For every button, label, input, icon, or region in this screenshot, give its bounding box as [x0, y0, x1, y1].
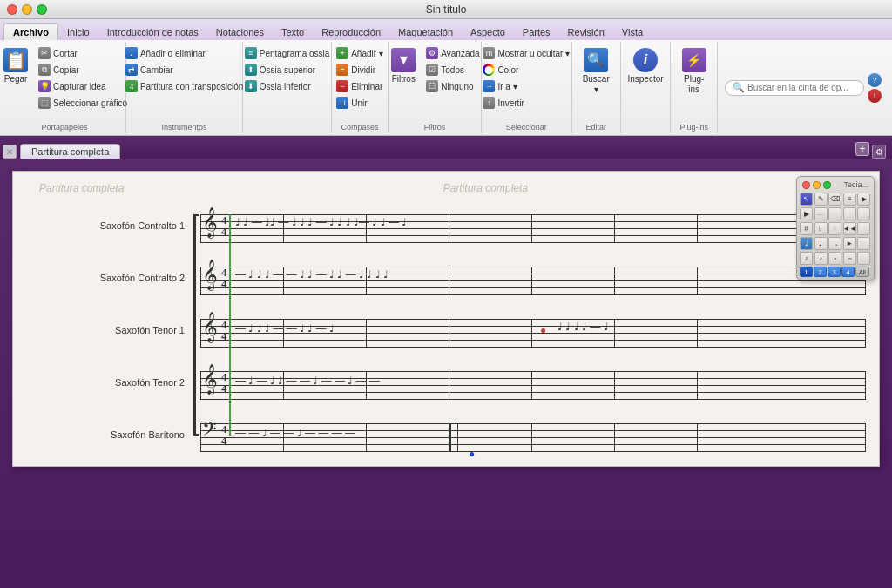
maximize-button[interactable]: [37, 4, 47, 15]
kp-tie-key[interactable]: ⌢: [843, 252, 856, 265]
eliminar-button[interactable]: − Eliminar: [333, 78, 387, 94]
timesig-sax-tenor-2: 44: [221, 371, 227, 394]
timesig-sax-tenor-1: 44: [221, 319, 227, 341]
staff-sax-tenor-2: 𝄞 44 — ♩ — ♩ ♩ — — ♩ — — ♩ — —: [200, 364, 866, 401]
tab-options-button[interactable]: ⚙: [872, 145, 886, 159]
kp-pencil-key[interactable]: ✎: [814, 193, 828, 206]
notes-1: ♩ ♩ — ♩♩ — ♩ ♩ ♩ — ♩ ♩ ♩ ♩— ♩ ♩ — ♩: [235, 216, 407, 228]
kp-space2-key[interactable]: [843, 207, 856, 220]
add-remove-icon: ♩: [125, 47, 138, 59]
kp-num-2[interactable]: 2: [814, 267, 827, 277]
cambiar-button[interactable]: ⇄ Cambiar: [122, 62, 247, 78]
anadir-eliminar-button[interactable]: ♩ Añadir o eliminar: [122, 45, 247, 61]
score-container: Partitura completa Partitura completa 1 …: [12, 171, 880, 467]
kp-flat-key[interactable]: ♭: [814, 222, 828, 235]
staff-sax-contralto-2: 𝄞 44 — ♩ ♩ ♩ — — ♩ ♩ — ♩ ♩ — ♩ ♩ ♩ ♩: [200, 260, 866, 296]
kp-cursor-key[interactable]: ↖: [800, 193, 813, 206]
kp-half-key[interactable]: 𝅗: [828, 237, 841, 250]
search-icon-small: 🔍: [733, 82, 745, 93]
ossia-superior-button[interactable]: ⬆ Ossia superior: [241, 62, 334, 78]
partitura-transposicion-button[interactable]: ♫ Partitura con transposición: [122, 78, 247, 94]
tab-inicio[interactable]: Inicio: [58, 23, 98, 40]
kp-sharp-key[interactable]: #: [800, 222, 813, 235]
divide-icon: ÷: [336, 64, 348, 76]
staff-row-sax-contralto-2: Saxofón Contralto 2: [200, 260, 866, 296]
color-icon: ⬤: [483, 64, 495, 76]
filtros-button[interactable]: ▼ Filtros: [386, 45, 421, 87]
tab-notaciones[interactable]: Notaciones: [207, 23, 273, 40]
kp-arrow-up-key[interactable]: ▶: [800, 207, 813, 220]
keypad-close-button[interactable]: [802, 181, 810, 189]
kp-forward-key[interactable]: ►: [843, 237, 856, 250]
tab-texto[interactable]: Texto: [273, 23, 313, 40]
tab-aspecto[interactable]: Aspecto: [462, 23, 514, 40]
advanced-icon: ⚙: [426, 47, 438, 59]
keypad-max-button[interactable]: [823, 181, 831, 189]
kp-eraser-key[interactable]: ⌫: [828, 193, 841, 206]
todos-button[interactable]: ☑ Todos: [422, 62, 483, 78]
kp-num-4[interactable]: 4: [841, 267, 855, 277]
alert-button[interactable]: !: [868, 89, 882, 103]
help-button[interactable]: ?: [868, 73, 882, 87]
kp-nat-key[interactable]: ♮: [828, 222, 841, 235]
copiar-button[interactable]: ⧉ Copiar: [35, 62, 131, 78]
kp-back-key[interactable]: ◄◄: [843, 222, 856, 235]
buscar-button[interactable]: 🔍 Buscar ▾: [578, 45, 615, 98]
tab-reproduccion[interactable]: Reproducción: [313, 23, 389, 40]
playback-cursor: [229, 214, 231, 436]
score-wrapper: Partitura completa Partitura completa 1 …: [0, 159, 892, 588]
doc-tab-partitura[interactable]: Partitura completa: [20, 144, 120, 159]
tab-vista[interactable]: Vista: [613, 23, 652, 40]
pentagrama-ossia-button[interactable]: ≡ Pentagrama ossia: [241, 45, 334, 61]
kp-dash-key[interactable]: —: [814, 207, 828, 220]
kp-quarter-key[interactable]: ♩: [800, 237, 813, 250]
ninguno-button[interactable]: ☐ Ninguno: [422, 78, 483, 94]
unir-button[interactable]: ⊔ Unir: [333, 95, 387, 111]
tab-partes[interactable]: Partes: [514, 23, 559, 40]
kp-dot-key[interactable]: •: [828, 252, 841, 265]
close-button[interactable]: [7, 4, 17, 15]
ossia-inferior-button[interactable]: ⬇ Ossia inferior: [241, 78, 334, 94]
kp-32nd-key[interactable]: ♪: [814, 252, 828, 265]
kp-empty2-key[interactable]: [857, 237, 870, 250]
kp-space3-key[interactable]: [857, 207, 870, 220]
window-controls[interactable]: [7, 4, 47, 15]
inspector-button[interactable]: i Inspector: [622, 45, 668, 87]
mostrar-ocultar-button[interactable]: m Mostrar u ocultar ▾: [479, 45, 573, 61]
tab-intro-notas[interactable]: Introducción de notas: [98, 23, 207, 40]
search-input[interactable]: [747, 83, 852, 92]
kp-space1-key[interactable]: [828, 207, 841, 220]
tab-revision[interactable]: Revisión: [559, 23, 613, 40]
kp-num-1[interactable]: 1: [800, 267, 813, 277]
ribbon-search-area: 🔍 ? !: [718, 42, 889, 133]
kp-lines-key[interactable]: ≡: [843, 193, 856, 206]
keypad-min-button[interactable]: [813, 181, 821, 189]
close-score-button[interactable]: ✕: [3, 145, 17, 159]
avanzada-button[interactable]: ⚙ Avanzada: [422, 45, 483, 61]
kp-all-button[interactable]: All: [855, 267, 869, 277]
plugins-button[interactable]: ⚡ Plug-ins: [676, 45, 712, 98]
seleccionar-grafico-button[interactable]: ⬚ Seleccionar gráfico: [35, 95, 131, 111]
cortar-button[interactable]: ✂ Cortar: [35, 45, 131, 61]
color-button[interactable]: ⬤ Color: [479, 62, 573, 78]
tab-maquetacion[interactable]: Maquetación: [389, 23, 462, 40]
ossia-inf-icon: ⬇: [245, 80, 257, 92]
kp-empty1-key[interactable]: [857, 222, 870, 235]
kp-more-key[interactable]: ▶: [857, 193, 870, 206]
pegar-button[interactable]: 📋 Pegar: [0, 45, 33, 87]
capturar-button[interactable]: 💡 Capturar idea: [35, 78, 131, 94]
inspector-icon: i: [633, 48, 658, 72]
kp-eighth-key[interactable]: ♩: [814, 237, 828, 250]
tab-archivo[interactable]: Archivo: [3, 23, 58, 40]
dividir-button[interactable]: ÷ Dividir: [333, 62, 387, 78]
search-box[interactable]: 🔍: [725, 80, 864, 96]
kp-num-3[interactable]: 3: [828, 267, 841, 277]
kp-16th-key[interactable]: ♪: [800, 252, 813, 265]
anadir-compas-button[interactable]: + Añadir ▾: [333, 45, 387, 61]
ir-a-button[interactable]: → Ir a ▾: [479, 78, 573, 94]
minimize-button[interactable]: [22, 4, 32, 15]
kp-empty3-key[interactable]: [857, 252, 870, 265]
group-ossia: ≡ Pentagrama ossia ⬆ Ossia superior ⬇ Os…: [243, 42, 332, 133]
invertir-button[interactable]: ↕ Invertir: [479, 95, 573, 111]
add-tab-button[interactable]: +: [855, 142, 869, 156]
